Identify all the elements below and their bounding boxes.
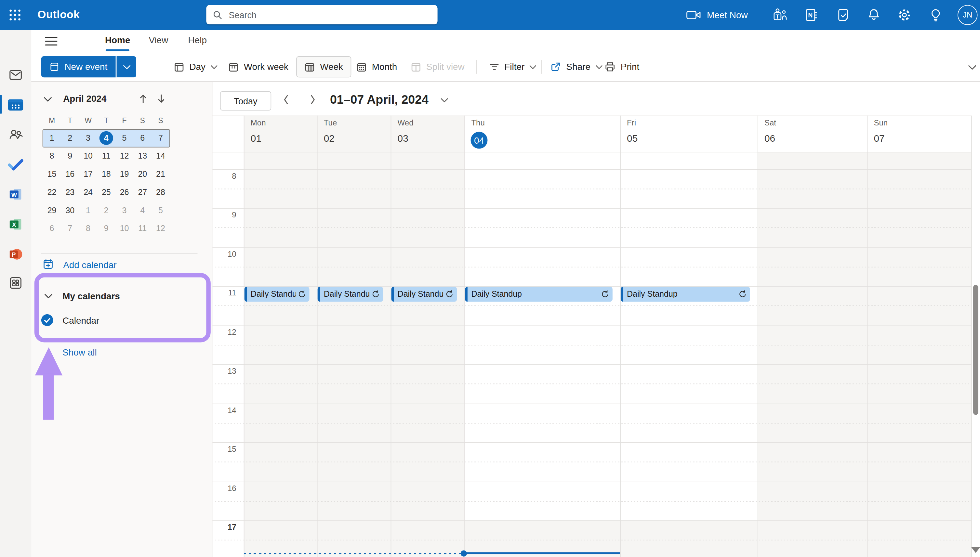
mini-day-cell[interactable]: 6 <box>45 221 59 235</box>
event[interactable]: Daily Standup <box>245 286 310 301</box>
mini-day-cell[interactable]: 13 <box>135 149 149 163</box>
mini-day-cell[interactable]: 27 <box>135 186 149 199</box>
mini-day-cell[interactable]: 22 <box>45 186 59 199</box>
share-button[interactable]: Share <box>550 56 602 77</box>
day-header-date[interactable]: 05 <box>627 133 638 144</box>
date-range-title[interactable]: 01–07 April, 2024 <box>330 93 429 107</box>
app-title[interactable]: Outlook <box>38 8 80 21</box>
mini-day-cell[interactable]: 4 <box>135 204 149 217</box>
mini-day-cell[interactable]: 17 <box>81 167 95 181</box>
hamburger-menu-icon[interactable] <box>45 36 57 46</box>
collapse-toolbar-chevron[interactable] <box>968 65 977 70</box>
next-week-chevron[interactable] <box>310 95 320 105</box>
mini-day-cell[interactable]: 16 <box>63 167 77 181</box>
previous-week-chevron[interactable] <box>283 95 293 105</box>
add-calendar-link[interactable]: Add calendar <box>63 260 116 270</box>
print-button[interactable]: Print <box>605 56 639 77</box>
day-header-name[interactable]: Sat <box>765 119 776 127</box>
mini-day-cell[interactable]: 4 <box>99 131 113 145</box>
event[interactable]: Daily Standup <box>465 286 613 301</box>
mini-day-cell[interactable]: 5 <box>117 131 131 145</box>
mini-day-cell[interactable]: 23 <box>63 186 77 199</box>
event[interactable]: Daily Standup <box>621 286 750 301</box>
day-header-date[interactable]: 06 <box>765 133 775 144</box>
day-header-today-badge[interactable]: 04 <box>471 132 488 149</box>
day-header-name[interactable]: Sun <box>874 119 888 127</box>
previous-month-arrow[interactable] <box>139 94 148 104</box>
mini-calendar-collapse-chevron[interactable] <box>44 97 52 102</box>
new-event-button[interactable]: New event <box>41 56 116 77</box>
mini-day-cell[interactable]: 20 <box>135 167 149 181</box>
sidebar-item-mail[interactable] <box>8 67 24 83</box>
mini-calendar-title[interactable]: April 2024 <box>63 94 106 104</box>
day-header-name[interactable]: Mon <box>251 119 266 127</box>
sidebar-item-excel[interactable]: X <box>8 216 24 232</box>
tab-view[interactable]: View <box>149 35 168 45</box>
mini-day-cell[interactable]: 24 <box>81 186 95 199</box>
mini-day-cell[interactable]: 11 <box>99 149 113 163</box>
view-day-button[interactable]: Day <box>174 56 217 77</box>
lightbulb-icon[interactable] <box>928 8 943 23</box>
day-header-name[interactable]: Thu <box>471 119 484 127</box>
mini-day-cell[interactable]: 7 <box>63 221 77 235</box>
view-week-button[interactable]: Week <box>296 56 351 77</box>
sidebar-item-powerpoint[interactable]: P <box>8 246 24 262</box>
mini-day-cell[interactable]: 1 <box>45 131 59 145</box>
filter-button[interactable]: Filter <box>489 56 536 77</box>
gear-icon[interactable] <box>897 8 912 23</box>
day-header-name[interactable]: Wed <box>398 119 414 127</box>
mini-day-cell[interactable]: 2 <box>99 204 113 217</box>
day-header-name[interactable]: Tue <box>324 119 337 127</box>
sidebar-item-todo[interactable] <box>8 156 24 173</box>
mini-day-cell[interactable]: 8 <box>45 149 59 163</box>
event[interactable]: Daily Standup <box>318 286 383 301</box>
avatar[interactable]: JN <box>957 5 978 25</box>
mini-day-cell[interactable]: 30 <box>63 204 77 217</box>
mini-day-cell[interactable]: 15 <box>45 167 59 181</box>
mini-day-cell[interactable]: 18 <box>99 167 113 181</box>
tab-home[interactable]: Home <box>105 35 130 45</box>
day-header-name[interactable]: Fri <box>627 119 636 127</box>
mini-day-cell[interactable]: 28 <box>154 186 168 199</box>
mini-day-cell[interactable]: 10 <box>117 221 131 235</box>
date-range-chevron[interactable] <box>440 98 448 103</box>
sidebar-item-word[interactable]: W <box>8 186 24 202</box>
meet-now-button[interactable]: Meet Now <box>686 0 748 30</box>
new-event-split-chevron[interactable] <box>116 56 137 77</box>
teams-icon[interactable] <box>773 8 788 23</box>
mini-day-cell[interactable]: 19 <box>117 167 131 181</box>
sidebar-item-people[interactable] <box>8 126 24 142</box>
mini-day-cell[interactable]: 12 <box>117 149 131 163</box>
day-header-date[interactable]: 02 <box>324 133 334 144</box>
mini-day-cell[interactable]: 3 <box>81 131 95 145</box>
mini-day-cell[interactable]: 11 <box>135 221 149 235</box>
mini-day-cell[interactable]: 10 <box>81 149 95 163</box>
onenote-icon[interactable] <box>804 8 819 23</box>
vertical-scrollbar-thumb[interactable] <box>973 285 978 415</box>
calendar-list-item[interactable]: Calendar <box>62 316 99 326</box>
mini-day-cell[interactable]: 26 <box>117 186 131 199</box>
sidebar-item-calendar[interactable] <box>8 97 24 113</box>
view-month-button[interactable]: Month <box>356 56 397 77</box>
event[interactable]: Daily Standup <box>391 286 457 301</box>
mini-day-cell[interactable]: 9 <box>63 149 77 163</box>
note-check-icon[interactable] <box>836 8 851 23</box>
more-apps-icon[interactable] <box>8 275 24 291</box>
calendar-checkbox[interactable] <box>41 314 53 326</box>
mini-day-cell[interactable]: 2 <box>63 131 77 145</box>
mini-day-cell[interactable]: 9 <box>99 221 113 235</box>
day-header-date[interactable]: 03 <box>398 133 408 144</box>
mini-day-cell[interactable]: 8 <box>81 221 95 235</box>
next-month-arrow[interactable] <box>157 94 165 104</box>
day-header-date[interactable]: 07 <box>874 133 884 144</box>
app-launcher-waffle-icon[interactable] <box>6 6 24 24</box>
my-calendars-heading[interactable]: My calendars <box>62 291 120 301</box>
mini-day-cell[interactable]: 12 <box>154 221 168 235</box>
mini-day-cell[interactable]: 1 <box>81 204 95 217</box>
scrollbar-down-arrow[interactable] <box>971 547 980 553</box>
mini-day-cell[interactable]: 3 <box>117 204 131 217</box>
mini-day-cell[interactable]: 29 <box>45 204 59 217</box>
search-input[interactable] <box>228 9 417 21</box>
mini-day-cell[interactable]: 5 <box>154 204 168 217</box>
mini-day-cell[interactable]: 21 <box>154 167 168 181</box>
